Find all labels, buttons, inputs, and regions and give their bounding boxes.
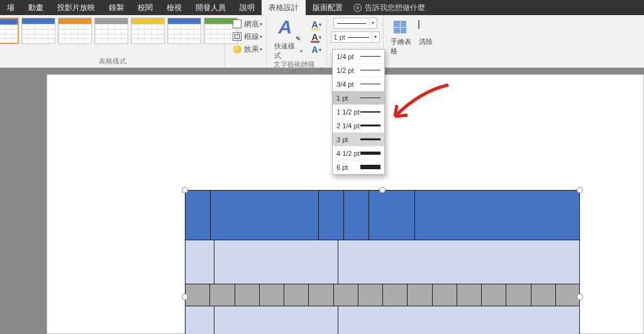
menu-item-view[interactable]: 檢視 [160,0,189,15]
pen-weight-option[interactable]: 1/4 pt [333,50,384,64]
table-object[interactable] [185,190,580,334]
group-label-styles: 表格樣式 [99,57,126,67]
table-style-gallery[interactable] [0,18,240,57]
menu-item-slideshow[interactable]: 投影片放映 [50,0,102,15]
menu-item-record[interactable]: 錄製 [102,0,131,15]
group-wordart: A✎ 快速樣式▾ A▾ A▾ A▾ 文字藝術師樣式◢ [267,15,327,67]
pen-style-picker[interactable]: ▾ [333,18,377,29]
resize-handle[interactable] [379,187,386,193]
ribbon-table-design: 表格樣式 網底▾ 框線▾ 效果▾ A✎ 快速樣式▾ A▾ A▾ A▾ 文字藝術師… [0,15,644,68]
draw-table-button[interactable]: 手繪表格 [387,19,415,65]
table-style-thumb[interactable] [131,18,165,44]
resize-handle[interactable] [577,294,583,300]
pen-weight-option[interactable]: 2 1/4 pt [333,119,384,133]
table-row[interactable] [185,306,580,334]
pen-weight-dropdown: 1/4 pt1/2 pt3/4 pt1 pt1 1/2 pt2 1/4 pt3 … [332,49,385,175]
resize-handle[interactable] [182,294,188,300]
menu-item-developer[interactable]: 開發人員 [189,0,233,15]
group-table-styles: 表格樣式 [0,15,225,67]
pen-weight-option[interactable]: 1/2 pt [333,64,384,77]
group-tools: 手繪表格 清除 [384,15,440,67]
resize-handle[interactable] [182,187,188,193]
table-row-header[interactable] [185,190,580,240]
text-effects-button[interactable]: A▾ [310,44,323,55]
menu-item-transition[interactable]: 場 [0,0,21,15]
table-style-thumb[interactable] [167,18,201,44]
menu-item-table-design[interactable]: 表格設計 [262,0,306,15]
resize-handle[interactable] [577,187,583,193]
text-outline-button[interactable]: A▾ [310,31,323,43]
pen-weight-option[interactable]: 3 pt [333,133,384,147]
shading-button[interactable]: 網底▾ [233,18,262,30]
menu-item-layout[interactable]: 版面配置 [306,0,350,15]
table-style-thumb[interactable] [58,18,92,44]
borders-button[interactable]: 框線▾ [233,30,262,43]
pen-weight-option[interactable]: 1 1/2 pt [333,105,384,119]
text-fill-button[interactable]: A▾ [310,19,323,30]
table-style-thumb[interactable] [94,18,128,44]
pen-weight-option[interactable]: 1 pt [333,91,384,105]
menu-item-help[interactable]: 說明 [233,0,262,15]
tell-me-search[interactable]: 告訴我您想做什麼 [353,3,425,13]
table-row[interactable] [185,284,580,306]
pen-weight-option[interactable]: 4 1/2 pt [333,147,384,160]
menu-bar: 場 動畫 投影片放映 錄製 校閱 檢視 開發人員 說明 表格設計 版面配置 告訴… [0,0,644,15]
menu-item-animation[interactable]: 動畫 [21,0,50,15]
table-row[interactable] [185,240,580,284]
effects-button[interactable]: 效果▾ [233,43,262,55]
group-shading-borders: 網底▾ 框線▾ 效果▾ [225,15,267,67]
pen-weight-option[interactable]: 3/4 pt [333,77,384,91]
table-style-thumb[interactable] [21,18,55,44]
bulb-icon [353,4,362,12]
quickstyle-button[interactable]: A✎ 快速樣式▾ [270,18,306,60]
pen-weight-picker[interactable]: 1 pt▾ [331,31,380,43]
table-style-thumb[interactable] [0,18,19,44]
menu-item-review[interactable]: 校閱 [131,0,160,15]
eraser-button[interactable]: 清除 [415,19,436,65]
pen-weight-option[interactable]: 6 pt [333,160,384,174]
